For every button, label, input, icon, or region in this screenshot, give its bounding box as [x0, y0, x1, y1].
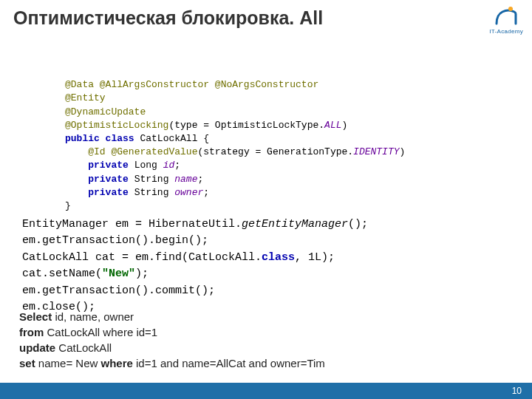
usage-code-block: EntityManager em = HibernateUtil.getEnti… [22, 200, 368, 316]
code-token: public class [65, 133, 140, 144]
logo-icon [494, 6, 519, 27]
code-token: @AllArgsConstructor [100, 79, 215, 90]
code-token: @NoArgsConstructor [215, 79, 318, 90]
code-token: id [163, 160, 175, 171]
code-token: class [262, 251, 295, 264]
code-token: String [134, 174, 175, 185]
logo: IT-Academy [489, 6, 523, 35]
code-token: CatLockAll cat = em.find(CatLockAll. [22, 251, 262, 264]
code-token: EntityManager em = HibernateUtil. [22, 218, 242, 231]
sql-token: id, name, owner [55, 310, 134, 323]
code-token: ; [203, 187, 209, 198]
code-token: em.getTransaction().begin(); [22, 234, 208, 247]
code-token: @GeneratedValue [111, 146, 197, 157]
code-token: Long [134, 160, 163, 171]
code-token: ); [135, 267, 149, 280]
code-token: private [88, 160, 134, 171]
sql-token: from [19, 326, 47, 338]
sql-token: Select [19, 310, 55, 323]
sql-token: id=1 and name=AllCat and owner=Tim [136, 357, 325, 369]
entity-code-block: @Data @AllArgsConstructor @NoArgsConstru… [65, 65, 405, 213]
code-token: @Id [88, 146, 111, 157]
code-token: CatLockAll { [140, 133, 209, 144]
sql-line: set name= New where id=1 and name=AllCat… [19, 355, 325, 371]
code-token: , 1L); [295, 251, 335, 264]
sql-token: CatLockAll where id=1 [47, 326, 158, 338]
code-token: ) [341, 120, 347, 131]
code-token: ALL [324, 120, 341, 131]
sql-block: Select id, name, owner from CatLockAll w… [19, 309, 325, 371]
code-token: IDENTITY [353, 146, 399, 157]
code-token: ; [174, 160, 180, 171]
code-token: getEntityManager [242, 218, 348, 231]
code-token: "New" [102, 267, 135, 280]
svg-point-0 [508, 7, 513, 11]
page-title: Оптимистическая блокировка. All [13, 7, 323, 29]
code-token: private [88, 187, 134, 198]
sql-line: from CatLockAll where id=1 [19, 324, 325, 340]
footer-bar: 10 [0, 383, 532, 399]
logo-text: IT-Academy [489, 28, 523, 35]
code-token: owner [174, 187, 203, 198]
code-token: private [88, 174, 134, 185]
code-token: @Entity [65, 92, 106, 103]
sql-token: CatLockAll [58, 341, 112, 354]
code-token: (strategy = GenerationType. [197, 146, 353, 157]
code-token: name [174, 174, 197, 185]
code-token: (); [348, 218, 368, 231]
code-token: @Data [65, 79, 100, 90]
code-token: ; [197, 174, 203, 185]
sql-token: update [19, 341, 58, 354]
sql-token: set [19, 357, 38, 369]
code-token: ) [400, 146, 406, 157]
code-token: String [134, 187, 175, 198]
code-token: (type = OptimisticLockType. [168, 120, 324, 131]
sql-token: where [100, 357, 136, 369]
sql-token: name= New [38, 357, 101, 369]
code-token: @OptimisticLocking [65, 120, 168, 131]
sql-line: Select id, name, owner [19, 309, 325, 324]
page-number: 10 [512, 386, 522, 396]
code-token: @DynamicUpdate [65, 106, 146, 117]
code-token: cat.setName( [22, 267, 102, 280]
code-token: em.getTransaction().commit(); [22, 284, 215, 297]
sql-line: update CatLockAll [19, 340, 325, 355]
